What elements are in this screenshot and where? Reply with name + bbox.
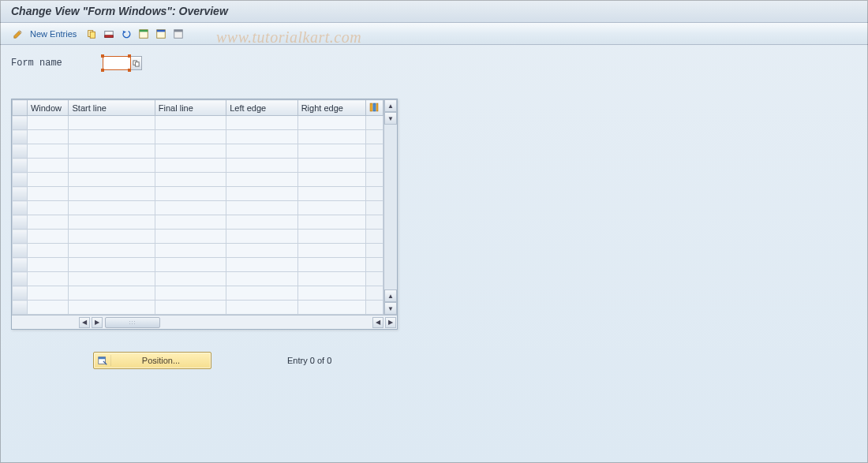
row-selector-header[interactable] xyxy=(13,100,28,116)
table-cell[interactable] xyxy=(226,116,297,130)
scroll-right-icon[interactable]: ▶ xyxy=(92,317,103,328)
row-selector[interactable] xyxy=(13,286,28,301)
table-cell[interactable] xyxy=(27,244,69,258)
row-selector[interactable] xyxy=(13,173,28,187)
table-cell[interactable] xyxy=(155,230,226,244)
select-block-icon[interactable] xyxy=(154,27,168,41)
table-cell[interactable] xyxy=(69,144,155,159)
table-cell[interactable] xyxy=(155,130,226,144)
table-cell[interactable] xyxy=(155,144,226,159)
table-cell[interactable] xyxy=(226,173,297,187)
table-cell[interactable] xyxy=(69,116,155,130)
table-cell[interactable] xyxy=(69,201,155,215)
row-selector[interactable] xyxy=(13,244,28,258)
position-button[interactable]: Position... xyxy=(93,352,211,369)
table-cell[interactable] xyxy=(155,173,226,187)
row-selector[interactable] xyxy=(13,272,28,286)
row-selector[interactable] xyxy=(13,159,28,173)
table-cell[interactable] xyxy=(69,187,155,201)
table-cell[interactable] xyxy=(27,201,69,215)
table-cell[interactable] xyxy=(297,244,365,258)
table-cell[interactable] xyxy=(69,215,155,230)
table-cell[interactable] xyxy=(27,173,69,187)
col-window[interactable]: Window xyxy=(27,100,69,116)
table-cell[interactable] xyxy=(297,173,365,187)
table-cell[interactable] xyxy=(155,272,226,286)
table-cell[interactable] xyxy=(27,144,69,159)
table-cell[interactable] xyxy=(27,286,69,301)
table-cell[interactable] xyxy=(226,272,297,286)
table-cell[interactable] xyxy=(27,159,69,173)
row-selector[interactable] xyxy=(13,301,28,315)
table-cell[interactable] xyxy=(297,272,365,286)
table-cell[interactable] xyxy=(297,116,365,130)
table-cell[interactable] xyxy=(27,130,69,144)
scroll-up-icon[interactable]: ▲ xyxy=(384,99,397,112)
table-cell[interactable] xyxy=(27,272,69,286)
table-cell[interactable] xyxy=(155,159,226,173)
table-cell[interactable] xyxy=(226,230,297,244)
col-left-edge[interactable]: Left edge xyxy=(226,100,297,116)
scroll-down-icon[interactable]: ▼ xyxy=(384,112,397,125)
deselect-all-icon[interactable] xyxy=(171,27,185,41)
table-cell[interactable] xyxy=(297,144,365,159)
table-cell[interactable] xyxy=(226,258,297,272)
scroll-up-icon[interactable]: ▲ xyxy=(384,289,397,302)
table-cell[interactable] xyxy=(226,144,297,159)
table-cell[interactable] xyxy=(226,201,297,215)
scroll-track[interactable] xyxy=(384,125,397,289)
table-cell[interactable] xyxy=(297,159,365,173)
table-cell[interactable] xyxy=(69,272,155,286)
table-cell[interactable] xyxy=(226,187,297,201)
table-cell[interactable] xyxy=(297,301,365,315)
col-start-line[interactable]: Start line xyxy=(69,100,155,116)
table-cell[interactable] xyxy=(155,258,226,272)
table-cell[interactable] xyxy=(69,244,155,258)
table-cell[interactable] xyxy=(297,187,365,201)
row-selector[interactable] xyxy=(13,144,28,159)
table-cell[interactable] xyxy=(69,258,155,272)
table-cell[interactable] xyxy=(297,201,365,215)
table-cell[interactable] xyxy=(155,215,226,230)
table-cell[interactable] xyxy=(155,187,226,201)
new-entries-button[interactable]: New Entries xyxy=(30,29,77,39)
table-cell[interactable] xyxy=(155,244,226,258)
table-cell[interactable] xyxy=(297,130,365,144)
table-cell[interactable] xyxy=(69,130,155,144)
table-cell[interactable] xyxy=(297,230,365,244)
table-cell[interactable] xyxy=(155,301,226,315)
scroll-right-icon[interactable]: ▶ xyxy=(385,317,396,328)
undo-icon[interactable] xyxy=(119,27,133,41)
table-cell[interactable] xyxy=(155,116,226,130)
table-cell[interactable] xyxy=(226,244,297,258)
column-config-icon[interactable] xyxy=(365,100,383,116)
table-cell[interactable] xyxy=(27,258,69,272)
table-cell[interactable] xyxy=(27,230,69,244)
delete-icon[interactable] xyxy=(102,27,116,41)
toggle-edit-icon[interactable] xyxy=(11,27,25,41)
row-selector[interactable] xyxy=(13,201,28,215)
table-cell[interactable] xyxy=(27,116,69,130)
table-cell[interactable] xyxy=(69,173,155,187)
table-cell[interactable] xyxy=(27,187,69,201)
row-selector[interactable] xyxy=(13,116,28,130)
row-selector[interactable] xyxy=(13,130,28,144)
scroll-left-icon[interactable]: ◀ xyxy=(79,317,90,328)
scroll-down-icon[interactable]: ▼ xyxy=(384,302,397,315)
table-cell[interactable] xyxy=(297,258,365,272)
table-cell[interactable] xyxy=(69,230,155,244)
select-all-icon[interactable] xyxy=(137,27,151,41)
table-cell[interactable] xyxy=(226,130,297,144)
table-cell[interactable] xyxy=(27,215,69,230)
copy-icon[interactable] xyxy=(84,27,99,41)
table-cell[interactable] xyxy=(226,159,297,173)
scroll-left-icon[interactable]: ◀ xyxy=(372,317,383,328)
table-cell[interactable] xyxy=(226,301,297,315)
col-final-line[interactable]: Final line xyxy=(155,100,226,116)
row-selector[interactable] xyxy=(13,230,28,244)
row-selector[interactable] xyxy=(13,215,28,230)
table-cell[interactable] xyxy=(69,286,155,301)
table-cell[interactable] xyxy=(226,286,297,301)
table-cell[interactable] xyxy=(69,301,155,315)
table-cell[interactable] xyxy=(155,201,226,215)
